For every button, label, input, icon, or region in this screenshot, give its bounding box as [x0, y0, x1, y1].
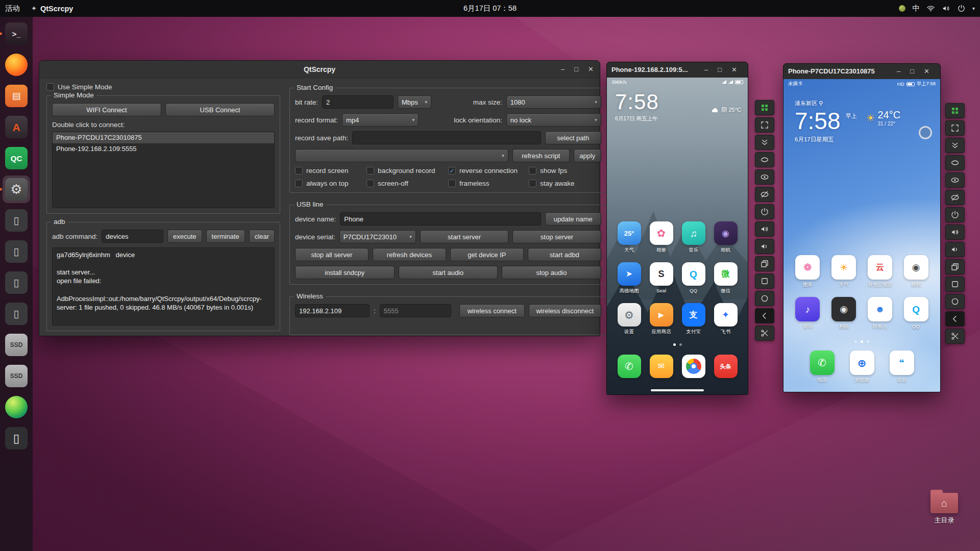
device-name-input[interactable]	[340, 212, 541, 226]
fullscreen-icon[interactable]	[945, 120, 965, 136]
start-adbd-button[interactable]: start adbd	[528, 248, 601, 261]
activities-button[interactable]: 活动	[5, 4, 20, 13]
screen-off-icon[interactable]	[945, 190, 965, 205]
execute-button[interactable]: execute	[167, 230, 202, 243]
stop-all-server-button[interactable]: stop all server	[295, 248, 369, 261]
screen-show-icon[interactable]	[755, 169, 774, 185]
screen-off-icon[interactable]	[755, 187, 774, 202]
phone1-titlebar[interactable]: Phone-192.168.2.109:5... – □ ✕	[607, 62, 748, 78]
dock-item-terminal[interactable]: >_	[4, 21, 29, 46]
start-server-button[interactable]: start server	[420, 230, 508, 243]
assistant-ring-icon[interactable]	[919, 126, 932, 139]
device-list-item[interactable]: Phone-P7CDU17C23010875	[53, 132, 274, 143]
app-相机[interactable]: ◉相机	[709, 221, 742, 254]
close-button[interactable]: ✕	[588, 66, 594, 72]
qtscrcpy-titlebar[interactable]: QtScrcpy – □ ✕	[39, 61, 600, 78]
app-微信[interactable]: 微微信	[709, 262, 742, 294]
app-QQ[interactable]: QQQ	[898, 297, 934, 330]
device-serial-select[interactable]: P7CDU17C23010▾	[339, 230, 416, 243]
collapse-icon[interactable]	[755, 308, 774, 323]
clock-menu[interactable]: 6月17日 07：58	[463, 4, 517, 13]
checkbox-show-fps[interactable]: show fps	[529, 167, 601, 174]
dock-item-phone-device[interactable]: ▯	[4, 426, 29, 450]
adb-command-input[interactable]	[102, 230, 163, 243]
wireless-connect-button[interactable]: wireless connect	[459, 304, 525, 317]
app-messages[interactable]: ✉	[645, 355, 677, 378]
dock-item-files[interactable]: ▤	[4, 84, 29, 108]
start-audio-button[interactable]: start audio	[399, 266, 498, 279]
dock-item-firefox[interactable]	[4, 53, 29, 77]
app-Seal[interactable]: SSeal	[645, 262, 677, 294]
dock-item-device-mirror-2[interactable]: ▯	[4, 239, 29, 264]
weather-chip[interactable]: 阴 25°C	[711, 106, 741, 114]
app-相册[interactable]: ✿相册	[645, 221, 677, 254]
volume-down-icon[interactable]	[755, 239, 774, 254]
minimize-button[interactable]: –	[704, 66, 708, 73]
app-天气[interactable]: ☀天气	[826, 255, 862, 288]
power-icon[interactable]	[755, 204, 774, 219]
weather-clock-widget[interactable]: 浦东新区 ⚲ 7:58 早上 ☀ 24°C 31 / 22° 6月17日星期五	[795, 99, 900, 143]
app-电话[interactable]: ✆电话	[810, 350, 835, 384]
maximize-button[interactable]: □	[718, 66, 722, 73]
checkbox-always-on-top[interactable]: always on top	[295, 180, 366, 187]
dock-item-device-mirror-4[interactable]: ▯	[4, 302, 29, 326]
phone2-titlebar[interactable]: Phone-P7CDU17C23010875 – □ ✕	[783, 64, 940, 79]
use-simple-mode-checkbox[interactable]: Use Simple Mode	[46, 83, 280, 91]
app-联系人[interactable]: ☻联系人	[862, 297, 898, 330]
max-size-select[interactable]: 1080▾	[506, 95, 601, 109]
phone2-screen[interactable]: 未插卡 HD 早上7:58 浦东新区 ⚲ 7:58 早上 ☀ 24°C	[783, 79, 940, 392]
app-应用商店[interactable]: ▶应用商店	[645, 303, 677, 335]
dock-item-ssd-drive-2[interactable]: SSD	[4, 364, 29, 388]
home-folder-shortcut[interactable]: ⌂ 主目录	[925, 493, 964, 525]
app-图库[interactable]: ❁图库	[790, 255, 826, 288]
app-chrome[interactable]	[677, 355, 709, 378]
volume-up-icon[interactable]	[755, 221, 774, 237]
app-天气[interactable]: 25°天气	[613, 221, 645, 254]
app-高德地图[interactable]: ➤高德地图	[613, 262, 645, 294]
wireless-disconnect-button[interactable]: wireless disconnect	[529, 304, 601, 317]
focused-app-menu[interactable]: ✦ QtScrcpy	[31, 5, 73, 13]
home-indicator-bar[interactable]	[651, 389, 704, 391]
screenshot-icon[interactable]	[755, 100, 774, 115]
fullscreen-icon[interactable]	[755, 117, 774, 133]
adb-log-output[interactable]: ga7d65ylnj6xinhm device start server... …	[52, 247, 275, 325]
crop-screenshot-icon[interactable]	[945, 329, 965, 344]
touch-icon[interactable]	[755, 152, 774, 167]
clear-button[interactable]: clear	[249, 230, 275, 243]
power-icon[interactable]	[945, 207, 965, 222]
app-phone[interactable]: ✆	[613, 355, 645, 378]
app-相机[interactable]: ◉相机	[826, 297, 862, 330]
dock-item-show-applications[interactable]	[4, 457, 29, 482]
phone1-screen[interactable]: 396K/s 7:58 6月17日 周五上午 阴 25°C 25°天气✿相册♫音…	[607, 78, 748, 395]
wireless-ip-input[interactable]	[295, 304, 370, 317]
checkbox-stay-awake[interactable]: stay awake	[529, 180, 601, 187]
checkbox-reverse-connection[interactable]: ✓reverse connection	[448, 167, 529, 174]
app-信息[interactable]: ❝信息	[890, 350, 914, 384]
record-save-path-input[interactable]	[352, 131, 541, 144]
crop-screenshot-icon[interactable]	[755, 325, 774, 341]
wifi-connect-button[interactable]: WIFI Connect	[52, 103, 161, 116]
touch-icon[interactable]	[945, 155, 965, 170]
volume-up-icon[interactable]	[945, 224, 965, 240]
select-path-button[interactable]: select path	[545, 131, 601, 144]
app-音乐[interactable]: ♫音乐	[677, 221, 709, 254]
screen-show-icon[interactable]	[945, 172, 965, 188]
back-icon[interactable]	[945, 294, 965, 309]
system-tray[interactable]: 中 ▾	[899, 4, 975, 13]
app-switch-icon[interactable]	[945, 259, 965, 274]
app-浏览器[interactable]: ⊕浏览器	[850, 350, 874, 384]
app-QQ[interactable]: QQQ	[677, 262, 709, 294]
screenshot-icon[interactable]	[945, 103, 965, 118]
app-设置[interactable]: ⚙设置	[613, 303, 645, 335]
script-select[interactable]: ▾	[295, 149, 508, 162]
get-device-IP-button[interactable]: get device IP	[450, 248, 524, 261]
maximize-button[interactable]: □	[910, 68, 914, 74]
expand-notification-icon[interactable]	[755, 135, 774, 150]
checkbox-background-record[interactable]: background record	[366, 167, 448, 174]
maximize-button[interactable]: □	[574, 66, 578, 72]
app-飞书[interactable]: ✦飞书	[709, 303, 742, 335]
install-sndcpy-button[interactable]: install sndcpy	[295, 266, 395, 279]
checkbox-frameless[interactable]: frameless	[448, 180, 529, 187]
dock-item-qc-app[interactable]: QC	[4, 146, 29, 170]
close-button[interactable]: ✕	[731, 66, 737, 73]
